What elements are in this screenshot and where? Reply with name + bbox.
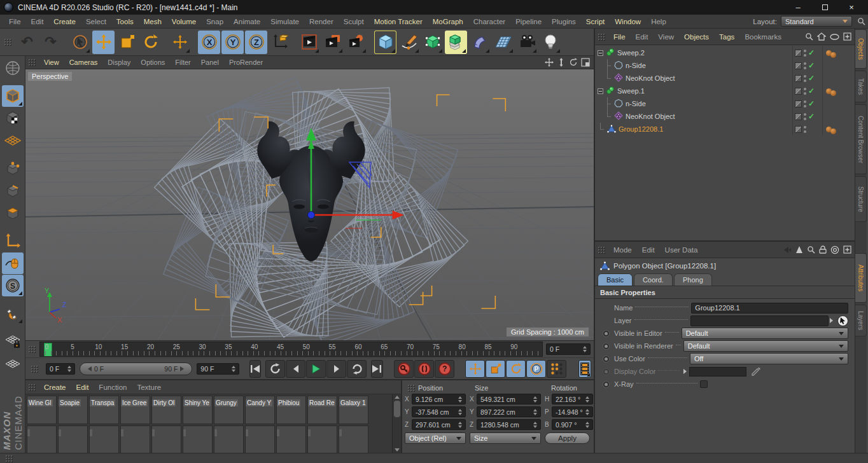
- last-tool-button[interactable]: [169, 31, 191, 54]
- coords-grip[interactable]: [407, 384, 416, 392]
- material-tile[interactable]: [245, 425, 275, 453]
- tab-layers[interactable]: Layers: [855, 305, 867, 336]
- add-panel-icon[interactable]: [843, 245, 851, 254]
- viewport-grip[interactable]: [28, 59, 36, 66]
- preview-range-slider[interactable]: 0 F 90 F: [80, 363, 192, 375]
- material-tile[interactable]: [27, 425, 57, 453]
- lock-z-axis-button[interactable]: Z: [245, 31, 267, 54]
- material-tile-road-re[interactable]: Road Re: [307, 396, 337, 424]
- viewport-menu-options[interactable]: Options: [136, 59, 170, 66]
- anim-dot-icon[interactable]: [603, 356, 610, 363]
- viewport-menu-display[interactable]: Display: [102, 59, 136, 66]
- viewport-pan-icon[interactable]: [545, 58, 554, 67]
- material-tile-ice-gree[interactable]: Ice Gree: [120, 396, 150, 424]
- material-tile-transpa[interactable]: Transpa: [89, 396, 119, 424]
- layer-swatch[interactable]: [795, 62, 802, 69]
- coord-input-0[interactable]: 9.126 cm: [412, 394, 466, 404]
- xray-checkbox[interactable]: [700, 380, 708, 388]
- render-picture-viewer-button[interactable]: [321, 31, 344, 54]
- search-icon[interactable]: [807, 245, 815, 254]
- coord-input-1[interactable]: -37.548 cm: [412, 406, 466, 417]
- attr-tab-phong[interactable]: Phong: [674, 273, 712, 286]
- tab-attributes[interactable]: Attributes: [855, 253, 867, 303]
- layer-swatch[interactable]: [795, 50, 802, 57]
- tab-objects[interactable]: Objects: [855, 29, 867, 69]
- eye-icon[interactable]: [830, 34, 839, 40]
- search-icon[interactable]: [857, 17, 865, 25]
- object-row-n-side[interactable]: n-Side✓: [595, 97, 855, 110]
- material-tags[interactable]: [823, 85, 855, 97]
- scale-tool-button[interactable]: [116, 31, 138, 54]
- animation-grip[interactable]: [31, 365, 39, 373]
- add-panel-icon[interactable]: [843, 32, 851, 41]
- object-menu-view[interactable]: View: [653, 33, 679, 41]
- keyframe-selection-button[interactable]: [578, 360, 591, 378]
- tab-content-browser[interactable]: Content Browser: [855, 104, 867, 174]
- menu-create[interactable]: Create: [48, 18, 81, 25]
- anim-dot-icon[interactable]: [603, 343, 610, 350]
- material-tile[interactable]: [214, 425, 244, 453]
- menu-plugins[interactable]: Plugins: [547, 18, 581, 25]
- material-tile[interactable]: [183, 425, 213, 453]
- viewport-menu-filter[interactable]: Filter: [170, 59, 195, 66]
- material-tags[interactable]: [823, 46, 855, 59]
- lock-y-axis-button[interactable]: Y: [221, 31, 244, 54]
- material-tags[interactable]: [823, 123, 855, 135]
- tweak-mode-button[interactable]: [2, 252, 24, 274]
- viewport-menu-prorender[interactable]: ProRender: [224, 59, 268, 66]
- material-grip[interactable]: [28, 384, 36, 391]
- attribute-menu-user-data[interactable]: User Data: [660, 246, 703, 254]
- material-tile[interactable]: [339, 425, 368, 453]
- object-menu-bookmarks[interactable]: Bookmarks: [739, 33, 787, 41]
- attribute-menu-edit[interactable]: Edit: [637, 246, 660, 254]
- range-left-arrow[interactable]: [85, 366, 92, 371]
- goto-end-button[interactable]: [371, 360, 382, 378]
- visibility-dots[interactable]: [804, 75, 806, 82]
- visibility-dots[interactable]: [804, 100, 806, 107]
- key-pla-toggle[interactable]: [547, 360, 566, 378]
- render-view-button[interactable]: [298, 31, 320, 54]
- object-menu-tags[interactable]: Tags: [714, 33, 739, 41]
- material-menu-texture[interactable]: Texture: [132, 384, 166, 391]
- close-button[interactable]: ×: [839, 1, 864, 14]
- anim-dot-icon[interactable]: [603, 381, 610, 388]
- timeline-grip[interactable]: [28, 345, 36, 353]
- coord-input-8[interactable]: 0.907 °: [552, 419, 593, 430]
- material-tile-grungy[interactable]: Grungy: [214, 396, 244, 424]
- object-row-neoknot-object[interactable]: NeoKnot Object✓: [595, 72, 855, 85]
- key-position-toggle[interactable]: [465, 360, 485, 378]
- toolbar-grip[interactable]: [4, 38, 12, 46]
- menu-motion-tracker[interactable]: Motion Tracker: [369, 18, 428, 25]
- coord-input-5[interactable]: 1280.548 cm: [477, 419, 541, 430]
- viewport-zoom-icon[interactable]: [557, 58, 566, 67]
- coords-mode-dropdown[interactable]: Object (Rel): [405, 432, 466, 444]
- model-mode-button[interactable]: [2, 85, 24, 107]
- workplane-mode-button[interactable]: [2, 130, 24, 151]
- visible-editor-dropdown[interactable]: Default: [682, 328, 848, 339]
- attribute-menu-mode[interactable]: Mode: [608, 246, 637, 254]
- frame-spinner[interactable]: 0 F: [546, 343, 591, 355]
- enabled-check-icon[interactable]: ✓: [808, 112, 815, 121]
- goto-start-button[interactable]: [249, 360, 261, 378]
- material-tile-soapie[interactable]: Soapie: [58, 396, 88, 424]
- enabled-check-icon[interactable]: ✓: [808, 74, 815, 83]
- material-tile-shiny-ye[interactable]: Shiny Ye: [183, 396, 213, 424]
- scroll-up-icon[interactable]: [395, 396, 400, 399]
- timeline-ruler[interactable]: 051015202530354045505560657075808590: [39, 342, 543, 357]
- material-tile[interactable]: [151, 425, 181, 453]
- history-forward-icon[interactable]: [795, 245, 803, 254]
- viewport-menu-cameras[interactable]: Cameras: [64, 59, 103, 66]
- visibility-dots[interactable]: [804, 113, 806, 120]
- material-tile[interactable]: [58, 425, 88, 453]
- scroll-down-icon[interactable]: [395, 448, 400, 452]
- menu-sculpt[interactable]: Sculpt: [339, 18, 369, 25]
- home-icon[interactable]: [817, 32, 826, 41]
- menu-pipeline[interactable]: Pipeline: [510, 18, 547, 25]
- add-deformer-button[interactable]: [468, 31, 491, 54]
- viewport-3d[interactable]: Y Z X Perspective Grid Spacing : 1000 cm: [25, 69, 594, 340]
- coord-input-3[interactable]: 549.321 cm: [477, 394, 541, 404]
- key-scale-toggle[interactable]: [486, 360, 505, 378]
- coordinate-system-button[interactable]: [269, 31, 291, 54]
- viewport-menu-view[interactable]: View: [39, 59, 64, 66]
- coord-input-7[interactable]: -14.948 °: [552, 406, 593, 417]
